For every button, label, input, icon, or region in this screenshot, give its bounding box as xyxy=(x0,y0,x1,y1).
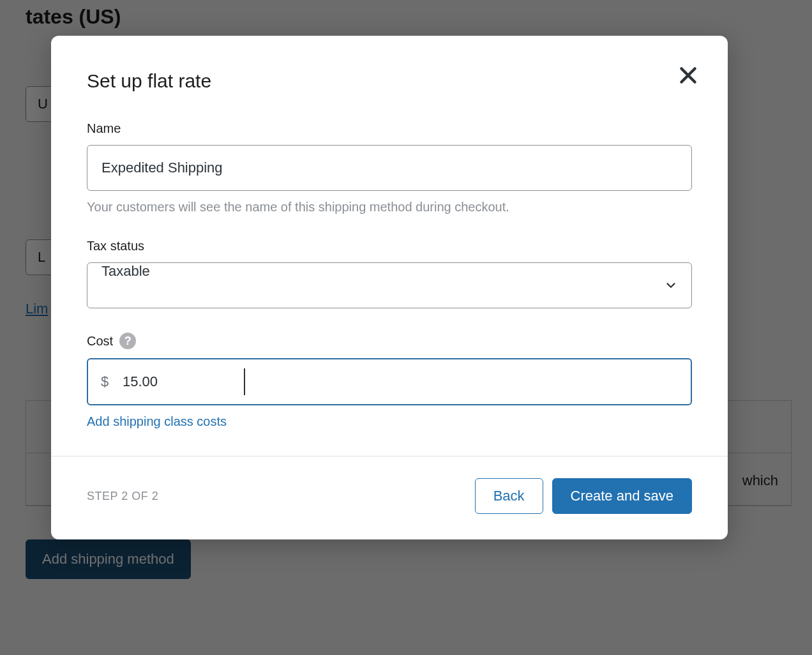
cost-field: Cost ? $ 15.00 Add shipping class costs xyxy=(87,333,692,429)
create-save-button[interactable]: Create and save xyxy=(552,478,692,514)
cost-label: Cost xyxy=(87,334,113,349)
flat-rate-modal: Set up flat rate Name Your customers wil… xyxy=(51,36,728,539)
help-icon[interactable]: ? xyxy=(119,333,136,349)
back-button[interactable]: Back xyxy=(475,478,543,514)
cost-input[interactable] xyxy=(87,358,692,405)
tax-status-select[interactable]: Taxable xyxy=(87,262,692,308)
add-shipping-class-costs-link[interactable]: Add shipping class costs xyxy=(87,414,227,429)
currency-symbol: $ xyxy=(101,373,109,390)
text-caret xyxy=(244,368,245,395)
modal-title: Set up flat rate xyxy=(87,70,692,92)
name-label: Name xyxy=(87,121,692,136)
tax-status-label: Tax status xyxy=(87,239,692,253)
name-field: Name Your customers will see the name of… xyxy=(87,121,692,215)
close-icon xyxy=(677,64,700,87)
step-indicator: STEP 2 OF 2 xyxy=(87,490,158,503)
name-input[interactable] xyxy=(87,145,692,191)
name-help-text: Your customers will see the name of this… xyxy=(87,200,692,215)
tax-status-selected: Taxable xyxy=(102,263,150,279)
modal-footer: STEP 2 OF 2 Back Create and save xyxy=(51,456,728,539)
tax-status-field: Tax status Taxable xyxy=(87,239,692,308)
close-button[interactable] xyxy=(677,64,700,87)
